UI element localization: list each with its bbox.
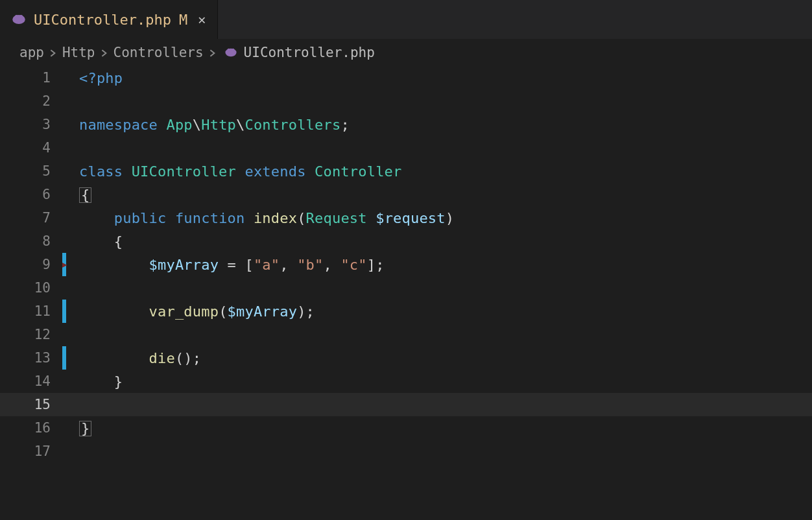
svg-point-2: [19, 15, 23, 18]
code-line[interactable]: 6{: [0, 183, 812, 206]
code-token: index: [254, 210, 297, 226]
code-token: ,: [280, 257, 297, 273]
code-token: \: [236, 117, 245, 133]
editor-tab[interactable]: UIController.php M ✕: [0, 0, 218, 39]
gutter-modified-marker: [62, 440, 66, 463]
code-token: <?php: [79, 70, 123, 86]
code-line[interactable]: 11 var_dump($myArray);: [0, 300, 812, 323]
line-number: 6: [0, 187, 62, 202]
code-token: Controllers: [245, 117, 340, 133]
line-number: 15: [0, 397, 62, 412]
gutter-modified-marker: [62, 136, 66, 160]
line-number: 11: [0, 303, 62, 319]
code-content[interactable]: class UIController extends Controller: [67, 163, 812, 180]
code-token: extends: [245, 163, 315, 180]
chevron-right-icon: [209, 46, 217, 60]
code-line[interactable]: 14 }: [0, 370, 812, 393]
line-number: 16: [0, 420, 62, 436]
code-token: class: [79, 163, 132, 180]
code-line[interactable]: 10: [0, 276, 812, 300]
code-token: {: [79, 233, 123, 250]
breadcrumb-segment[interactable]: app: [19, 45, 44, 60]
gutter-modified-marker: [62, 416, 66, 440]
code-token: $myArray: [228, 303, 298, 320]
code-line[interactable]: 8 {: [0, 230, 812, 253]
code-content[interactable]: var_dump($myArray);: [67, 303, 812, 320]
code-token: UIController: [132, 163, 236, 180]
code-content[interactable]: namespace App\Http\Controllers;: [67, 117, 812, 133]
code-token: }: [79, 373, 123, 390]
close-icon[interactable]: ✕: [198, 12, 206, 27]
line-number: 9: [0, 257, 62, 272]
breadcrumb-segment[interactable]: UIController.php: [244, 45, 375, 60]
line-number: 8: [0, 233, 62, 249]
code-content[interactable]: die();: [67, 350, 812, 366]
chevron-right-icon: [49, 46, 57, 60]
breadcrumb-segment[interactable]: Http: [62, 45, 95, 60]
code-line[interactable]: 2: [0, 89, 812, 113]
code-content[interactable]: {: [67, 187, 812, 203]
code-token: [79, 303, 149, 320]
svg-point-3: [225, 49, 236, 56]
code-token: ;: [340, 117, 349, 133]
code-token: ();: [175, 350, 201, 366]
code-token: ];: [367, 257, 385, 273]
code-token: \: [193, 117, 201, 133]
gutter-modified-marker: [62, 113, 66, 136]
code-token: (: [219, 303, 227, 320]
code-token: "a": [254, 257, 280, 273]
code-line[interactable]: 13 die();: [0, 346, 812, 370]
code-line[interactable]: 7 public function index(Request $request…: [0, 206, 812, 230]
gutter-modified-marker: [62, 183, 66, 206]
gutter-modified-marker: [62, 89, 66, 113]
code-line[interactable]: 5▶class UIController extends Controller: [0, 160, 812, 183]
code-token: Controller: [315, 163, 401, 180]
code-content[interactable]: {: [67, 233, 812, 250]
code-content[interactable]: $myArray = ["a", "b", "c"];: [67, 257, 812, 273]
line-number: 13: [0, 350, 62, 366]
code-line[interactable]: 4: [0, 136, 812, 160]
breadcrumb-segment[interactable]: Controllers: [113, 45, 204, 60]
line-number: 2: [0, 93, 62, 109]
php-elephant-icon: [224, 48, 237, 57]
line-number: 5: [0, 163, 62, 179]
code-content[interactable]: public function index(Request $request): [67, 210, 812, 226]
code-token: $request: [376, 210, 446, 226]
bracket-match: {: [79, 187, 91, 203]
code-token: $myArray: [149, 257, 219, 273]
line-number: 12: [0, 327, 62, 342]
gutter-modified-marker: [62, 276, 66, 300]
gutter-modified-marker: [62, 206, 66, 230]
code-line[interactable]: 3namespace App\Http\Controllers;: [0, 113, 812, 136]
code-token: [79, 350, 149, 366]
code-token: function: [175, 210, 254, 226]
code-line[interactable]: 15: [0, 393, 812, 416]
svg-point-4: [227, 49, 230, 52]
code-content[interactable]: }: [67, 420, 812, 436]
code-token: public: [114, 210, 175, 226]
gutter-modified-marker: [62, 160, 66, 183]
code-line[interactable]: 16▶}: [0, 416, 812, 440]
svg-point-1: [15, 15, 18, 18]
line-number: 17: [0, 443, 62, 459]
code-token: (: [297, 210, 305, 226]
code-line[interactable]: 1<?php: [0, 66, 812, 89]
gutter-modified-marker: [62, 370, 66, 393]
code-editor[interactable]: 1<?php23namespace App\Http\Controllers;4…: [0, 66, 812, 463]
line-number: 7: [0, 210, 62, 226]
svg-point-5: [231, 49, 234, 52]
code-line[interactable]: 12: [0, 323, 812, 346]
code-content[interactable]: }: [67, 373, 812, 390]
gutter-modified-marker: [62, 66, 66, 89]
code-token: App: [166, 117, 192, 133]
code-line[interactable]: 9 $myArray = ["a", "b", "c"];: [0, 253, 812, 276]
php-elephant-icon: [12, 14, 26, 25]
bracket-match: }: [79, 421, 91, 436]
code-token: namespace: [79, 117, 166, 133]
code-token: [236, 163, 245, 180]
code-content[interactable]: <?php: [67, 70, 812, 86]
gutter-modified-marker: [62, 323, 66, 346]
code-line[interactable]: 17: [0, 440, 812, 463]
code-token: "b": [297, 257, 323, 273]
code-token: );: [297, 303, 315, 320]
